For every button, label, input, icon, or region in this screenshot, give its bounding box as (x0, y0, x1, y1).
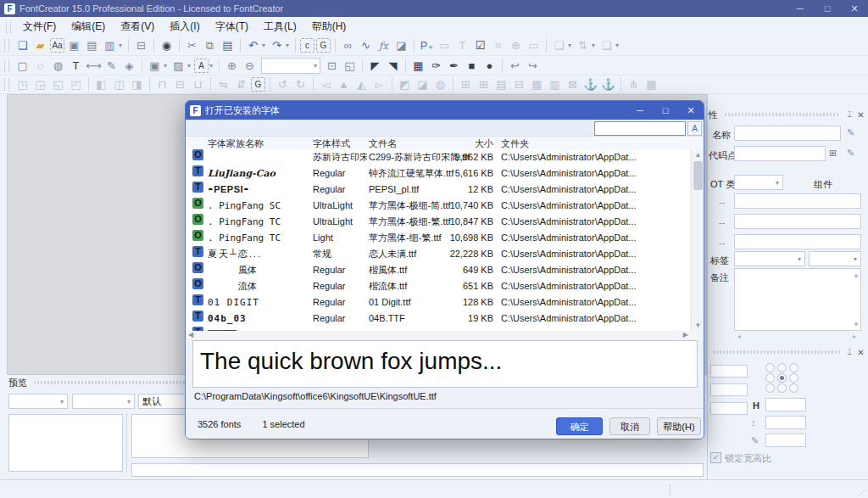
sort-dropdown[interactable]: ▾ (590, 37, 597, 53)
guidelines-button[interactable]: ▤ (493, 76, 509, 92)
anchor-point-grid[interactable] (765, 363, 801, 394)
component-input-2[interactable] (735, 216, 860, 230)
measure-tool[interactable]: ⟷ (86, 58, 102, 74)
width-field[interactable] (765, 416, 806, 429)
skew-right-button[interactable]: ▻ (371, 76, 387, 92)
copy-button[interactable]: ⧉ (202, 37, 218, 53)
eraser-button[interactable]: ◪ (393, 37, 409, 53)
column-header-size[interactable]: 大小 (421, 137, 493, 150)
name-input[interactable] (735, 128, 840, 142)
hinting-button[interactable]: ▦ (643, 76, 659, 92)
text-insert-tool[interactable]: T (68, 58, 84, 74)
rect-select-tool[interactable]: ▢ (14, 58, 31, 74)
preview-style-combo[interactable]: ▾ (72, 394, 135, 409)
scroll-left-icon[interactable]: ◂ (737, 333, 741, 340)
exclude-button[interactable]: ◍ (432, 76, 448, 92)
save-button[interactable]: ▣ (66, 37, 82, 53)
grid-extra-button[interactable]: ⊠ (565, 76, 581, 92)
font-overview-button[interactable]: ▭ (437, 37, 453, 53)
preview-font-combo[interactable]: ▾ (8, 394, 68, 409)
cancel-button[interactable]: 取消 (609, 417, 650, 435)
new-font-button[interactable]: ❏ (14, 37, 31, 53)
align-left-button[interactable]: ◧ (93, 76, 109, 92)
component-input-1[interactable] (735, 196, 860, 210)
scroll-down-icon[interactable]: ▼ (853, 321, 860, 328)
forward-button[interactable]: ↪ (525, 58, 541, 74)
glyph-grid-button[interactable]: G (251, 77, 265, 92)
flip-vertical-button[interactable]: ⇵ (233, 76, 249, 92)
send-to-back-button[interactable]: ◰ (68, 76, 84, 92)
resize-grip[interactable]: ⋰ (858, 489, 865, 497)
scale-input[interactable] (766, 437, 805, 449)
tags-combo-1[interactable]: ▾ (734, 251, 805, 266)
codepoint-field[interactable] (734, 146, 826, 161)
font-list-row[interactable]: T LiuJiang-Cao Regular 钟齐流江硬笔草体.ttf 5,61… (186, 165, 690, 182)
menu-help[interactable]: 帮助(H) (304, 18, 354, 36)
skew-up-button[interactable]: ▲ (336, 76, 352, 92)
redo-button[interactable]: ↷ (269, 37, 285, 53)
properties-button[interactable]: P₊ (419, 37, 435, 53)
menu-edit[interactable]: 编辑(E) (64, 18, 113, 36)
align-middle-button[interactable]: ⊟ (172, 76, 188, 92)
glyph-transform-dropdown[interactable]: ▾ (208, 58, 214, 74)
rotate-cw-button[interactable]: ↻ (292, 76, 309, 92)
close-icon[interactable]: ✕ (855, 110, 866, 120)
transform-field-2[interactable] (710, 383, 748, 396)
component-field-1[interactable] (734, 193, 861, 209)
chevron-down-icon[interactable]: ▾ (311, 62, 320, 70)
skew-button[interactable]: ◭ (353, 76, 370, 92)
skew-left-button[interactable]: ◅ (318, 76, 334, 92)
panel-drag-handle[interactable] (713, 350, 840, 354)
codepoint-input[interactable] (735, 148, 825, 162)
zoom-area-button[interactable]: ◱ (342, 58, 358, 74)
scroll-right-icon[interactable]: ▸ (853, 333, 856, 340)
font-list-row[interactable]: T 04b_03 Regular 04B.TTF 19 KB C:\Users\… (186, 311, 690, 327)
validate-button[interactable]: ☑ (472, 37, 488, 53)
anchor-lock-button[interactable]: ⚓ (600, 76, 616, 92)
preview-list-box[interactable] (8, 414, 123, 472)
menu-insert[interactable]: 插入(I) (162, 18, 207, 36)
grid-snap-button[interactable]: ⊞ (476, 76, 492, 92)
maximize-icon[interactable]: □ (814, 0, 841, 17)
intersect-button[interactable]: ◪ (415, 76, 431, 92)
font-list-row[interactable]: O . PingFang TC UltraLight 苹方黑体-极细-繁.ttf… (186, 214, 690, 230)
align-center-button[interactable]: ◫ (111, 76, 127, 92)
edit-pencil-icon[interactable]: ✎ (847, 148, 854, 159)
transform-input-3[interactable] (711, 406, 747, 417)
pointer-tool[interactable]: ◤ (367, 58, 383, 74)
maximize-icon[interactable]: □ (653, 101, 678, 120)
open-font-file-button[interactable]: ▰ (32, 37, 48, 53)
scrollbar-thumb[interactable] (693, 161, 703, 190)
panel-splitter[interactable] (126, 414, 127, 472)
font-list-row[interactable]: O . PingFang TC Light 苹方黑体-细-繁.ttf 10,69… (186, 230, 690, 246)
grid-options-button[interactable]: ▥ (547, 76, 563, 92)
horizontal-scrollbar[interactable]: ◀ ▶ (186, 331, 704, 339)
match-case-button[interactable]: A (687, 121, 702, 136)
anchor-button[interactable]: ⚓ (582, 76, 598, 92)
component-field-3[interactable] (734, 234, 861, 249)
undo-dropdown[interactable]: ▾ (260, 37, 267, 53)
bring-forward-button[interactable]: ◲ (32, 76, 48, 92)
save-all-dropdown[interactable]: ▾ (117, 37, 124, 53)
find-button[interactable]: ◉ (159, 37, 175, 53)
help-button[interactable]: 帮助(H) (657, 417, 701, 435)
unlink-button[interactable]: ∿ (358, 37, 374, 53)
component-field-2[interactable] (734, 214, 861, 229)
back-button[interactable]: ↩ (507, 58, 523, 74)
insert-rectangle-button[interactable]: ■ (464, 58, 480, 74)
new-window-dropdown[interactable]: ▾ (566, 37, 573, 53)
open-installed-fonts-button[interactable]: Aa (50, 38, 64, 53)
height-field[interactable] (765, 398, 806, 411)
close-icon[interactable]: ✕ (841, 0, 868, 17)
bring-to-front-button[interactable]: ◳ (14, 76, 31, 92)
zoom-out-button[interactable]: ⊖ (242, 58, 258, 74)
hatch-style-button[interactable]: ▨ (170, 58, 186, 74)
connect-points-button[interactable]: ⋔ (626, 76, 642, 92)
grid-button[interactable]: ⊞ (458, 76, 474, 92)
preview-text-field[interactable] (131, 463, 704, 477)
scroll-up-icon[interactable]: ▲ (853, 271, 860, 279)
glyph-transform-button[interactable]: A (194, 59, 209, 73)
transform-field-3[interactable] (710, 402, 748, 415)
menu-file[interactable]: 文件(F) (15, 18, 64, 36)
zoom-in-button[interactable]: ⊕ (224, 58, 240, 74)
